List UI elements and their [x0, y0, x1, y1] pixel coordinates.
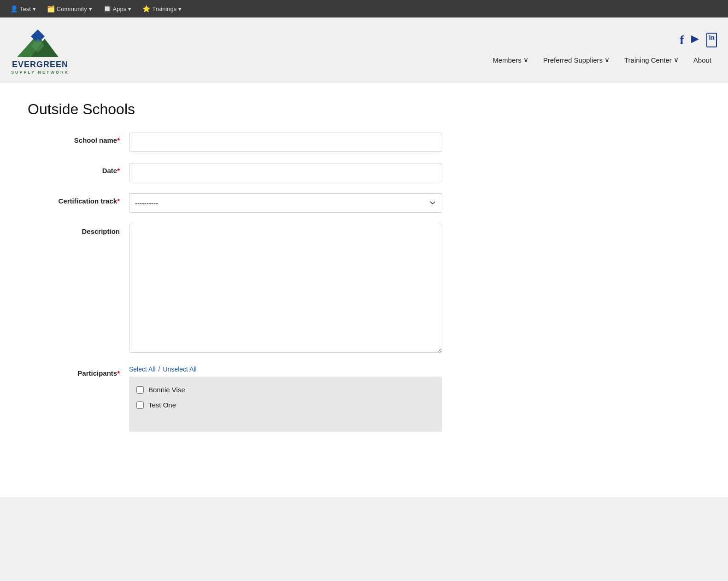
- linkedin-icon[interactable]: in: [706, 33, 717, 47]
- trainings-icon: ⭐: [142, 5, 150, 12]
- school-name-input[interactable]: [129, 133, 442, 152]
- top-nav-apps[interactable]: 🔲 Apps▾: [99, 3, 136, 14]
- main-content: Outside Schools School name* Date* Certi…: [0, 82, 728, 497]
- date-field: [129, 163, 442, 182]
- unselect-all-link[interactable]: Unselect All: [163, 366, 196, 373]
- description-textarea[interactable]: [129, 224, 442, 353]
- apps-icon: 🔲: [103, 5, 111, 12]
- logo-subtext: SUPPLY NETWORK: [11, 70, 69, 75]
- facebook-icon[interactable]: f: [680, 33, 684, 47]
- page-title: Outside Schools: [28, 101, 700, 118]
- participants-row: Participants* Select All / Unselect All …: [28, 366, 700, 432]
- logo-area: EVERGREEN SUPPLY NETWORK: [11, 25, 69, 75]
- cert-track-select[interactable]: ----------: [129, 193, 442, 213]
- community-icon: 🗂️: [47, 5, 55, 12]
- nav-members[interactable]: Members ∨: [487, 53, 534, 67]
- participant-item: Test One: [136, 397, 435, 413]
- logo-svg: [12, 25, 68, 62]
- top-nav: 👤 Test▾ 🗂️ Community▾ 🔲 Apps▾ ⭐ Training…: [0, 0, 728, 17]
- top-nav-trainings[interactable]: ⭐ Trainings▾: [138, 3, 186, 14]
- school-name-field: [129, 133, 442, 152]
- participant-checkbox-bonnie-vise[interactable]: [136, 386, 144, 394]
- school-name-label: School name*: [28, 133, 129, 144]
- participants-label: Participants*: [28, 366, 129, 377]
- suppliers-chevron: ∨: [605, 56, 610, 64]
- top-nav-community[interactable]: 🗂️ Community▾: [42, 3, 97, 14]
- header-right: f ▶ in Members ∨ Preferred Suppliers ∨ T…: [487, 33, 717, 67]
- members-chevron: ∨: [523, 56, 528, 64]
- description-field: [129, 224, 442, 354]
- top-nav-test[interactable]: 👤 Test▾: [6, 3, 41, 14]
- select-all-row: Select All / Unselect All: [129, 366, 442, 373]
- cert-track-row: Certification track* ----------: [28, 193, 700, 213]
- logo-text: EVERGREEN: [12, 60, 68, 70]
- select-separator: /: [159, 366, 160, 373]
- participant-name-test-one: Test One: [148, 401, 176, 409]
- cert-track-label: Certification track*: [28, 193, 129, 205]
- participant-name-bonnie-vise: Bonnie Vise: [148, 386, 185, 394]
- participant-item: Bonnie Vise: [136, 382, 435, 397]
- social-icons: f ▶ in: [680, 33, 717, 47]
- date-input[interactable]: [129, 163, 442, 182]
- participant-checkbox-test-one[interactable]: [136, 401, 144, 409]
- participants-list: Bonnie Vise Test One: [129, 377, 442, 432]
- training-chevron: ∨: [674, 56, 679, 64]
- nav-training-center[interactable]: Training Center ∨: [619, 53, 684, 67]
- description-label: Description: [28, 224, 129, 235]
- nav-preferred-suppliers[interactable]: Preferred Suppliers ∨: [538, 53, 615, 67]
- description-row: Description: [28, 224, 700, 354]
- site-header: EVERGREEN SUPPLY NETWORK f ▶ in Members …: [0, 17, 728, 75]
- participants-field: Select All / Unselect All Bonnie Vise Te…: [129, 366, 442, 432]
- date-row: Date*: [28, 163, 700, 182]
- youtube-icon[interactable]: ▶: [691, 33, 699, 47]
- date-label: Date*: [28, 163, 129, 174]
- nav-about[interactable]: About: [688, 53, 717, 67]
- main-nav: Members ∨ Preferred Suppliers ∨ Training…: [487, 53, 717, 67]
- select-all-link[interactable]: Select All: [129, 366, 156, 373]
- cert-track-field: ----------: [129, 193, 442, 213]
- user-icon: 👤: [10, 5, 18, 12]
- school-name-row: School name*: [28, 133, 700, 152]
